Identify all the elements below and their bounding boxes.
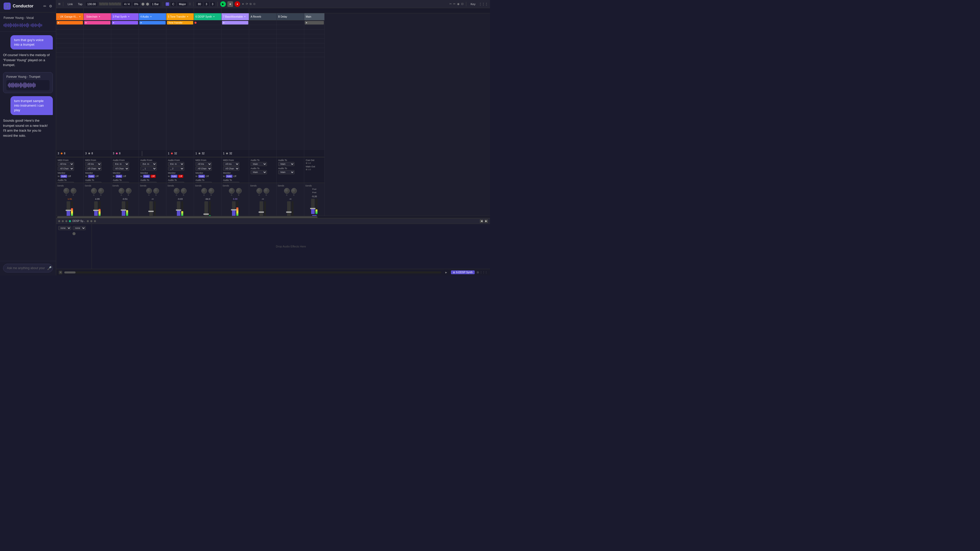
midi-from-select-1[interactable]: All Ins — [58, 162, 74, 166]
key-display[interactable]: C — [171, 2, 176, 6]
send-b-knob-7[interactable] — [236, 188, 242, 194]
app-header: 🎵 Conductor ✏ ⚙ — [0, 0, 56, 13]
device-power-btn[interactable] — [73, 232, 76, 235]
user-message-1: turn that guy's voice into a trumpet — [11, 35, 53, 49]
svg-rect-57 — [25, 83, 26, 88]
audio-from-select-3[interactable]: Ext. In — [113, 162, 129, 166]
fader-section-5: Sends A B -0.03 — [166, 183, 194, 216]
audio-from-select-4[interactable]: Ext. In — [140, 162, 157, 166]
fader-main[interactable] — [311, 199, 315, 214]
fader-6[interactable] — [204, 201, 208, 216]
tap-button[interactable]: Tap — [76, 2, 84, 6]
send-a-knob-2[interactable] — [91, 188, 97, 194]
vu-meter-4 — [154, 201, 156, 216]
send-b-knob-1[interactable] — [71, 188, 76, 194]
send-a-knob-A[interactable] — [256, 188, 262, 194]
fader-1[interactable] — [67, 201, 70, 216]
chat-input[interactable] — [7, 266, 45, 270]
send-a-knob-1[interactable] — [64, 188, 69, 194]
svg-rect-61 — [29, 83, 29, 88]
edit-icon[interactable]: ✏ — [43, 4, 46, 8]
app-title: Conductor — [13, 4, 41, 8]
mixer-scrollbar[interactable] — [56, 216, 490, 218]
audio-to-select-B[interactable]: Main — [278, 162, 294, 166]
midi-from-select-7[interactable]: All Ins — [223, 162, 239, 166]
time-sig-display[interactable]: 4 / 4 — [123, 2, 131, 6]
send-a-knob-B[interactable] — [284, 188, 290, 194]
status-ctrl-2[interactable]: ⋮⋮⋮ — [480, 271, 487, 274]
track-name-2: Sidechain — [86, 15, 97, 18]
send-b-knob-4[interactable] — [153, 188, 159, 194]
bar-display[interactable]: 1 Bar — [151, 2, 160, 6]
device-ctrl-1[interactable]: ◀ — [480, 219, 484, 223]
clip-row: ▶ — [56, 21, 83, 25]
toolbar-sep-2 — [163, 2, 163, 6]
fader-B[interactable] — [287, 201, 291, 216]
track-clips-B — [277, 21, 304, 150]
status-icon: ⊞ — [59, 271, 62, 274]
channel-select-1[interactable]: All Channels — [58, 167, 74, 171]
send-b-knob-B[interactable] — [291, 188, 297, 194]
clip-block[interactable]: ▶ — [57, 21, 83, 24]
record-button[interactable]: ● — [234, 1, 240, 7]
send-b-knob-2[interactable] — [98, 188, 104, 194]
mic-button[interactable]: 🎤 — [47, 266, 52, 270]
svg-rect-56 — [25, 83, 25, 87]
channel-select-4[interactable]: _ 1 — [140, 167, 157, 171]
channel-select-3[interactable]: All Channels — [113, 167, 129, 171]
device-select-2[interactable]: none — [73, 226, 86, 230]
track-clips-main: ▶ — [304, 21, 325, 150]
audio-to-select-A[interactable]: Main — [251, 162, 267, 166]
device-ctrl-2[interactable]: ▶ — [484, 219, 488, 223]
fader-2[interactable] — [94, 201, 98, 216]
fader-A[interactable] — [259, 201, 263, 216]
clip-row — [56, 48, 83, 52]
device-drop-area: Drop Audio Effects Here — [92, 224, 490, 269]
audio-to-2-select-A[interactable]: Main — [251, 170, 267, 174]
send-a-knob-5[interactable] — [174, 188, 180, 194]
svg-rect-66 — [33, 83, 33, 87]
send-b-knob-5[interactable] — [181, 188, 186, 194]
fader-7[interactable] — [232, 201, 235, 216]
channel-select-6[interactable]: All Channels — [196, 167, 212, 171]
link-button[interactable]: Link — [66, 2, 75, 6]
audio-from-select-5[interactable]: Ext. In — [168, 162, 184, 166]
svg-rect-5 — [9, 24, 10, 27]
tempo-display[interactable]: 130.00 — [86, 2, 97, 6]
play-button[interactable]: ▶ — [220, 1, 226, 7]
settings-icon[interactable]: ⚙ — [49, 4, 52, 8]
send-a-knob-6[interactable] — [201, 188, 207, 194]
send-a-knob-4[interactable] — [146, 188, 152, 194]
timeline-progress[interactable] — [64, 272, 441, 273]
send-b-knob-3[interactable] — [126, 188, 131, 194]
track-column-1: 1 UK Garage Ki... ▼ ▶ 3 — [56, 13, 84, 216]
device-view: DDSP Sy... ◀ ▶ none none Drop Audio — [56, 218, 490, 269]
track-row-numbers-5: 1 32 — [166, 150, 194, 157]
send-a-knob-7[interactable] — [229, 188, 234, 194]
audio-to-2-select-B[interactable]: Main — [278, 170, 294, 174]
routing-section-5: Audio From Ext. In _ 2 Monitor In Auto O… — [166, 157, 194, 183]
solo-main[interactable]: Solo — [312, 215, 317, 216]
midi-from-select-2[interactable]: All Ins — [85, 162, 102, 166]
track-row-numbers-1: 3 8 — [56, 150, 83, 157]
device-power-dot[interactable] — [58, 220, 60, 222]
stop-button[interactable]: ■ — [228, 1, 233, 7]
status-ctrl-1[interactable]: ⊟ — [477, 271, 479, 274]
channel-select-5[interactable]: _ 2 — [168, 167, 184, 171]
chat-area: turn that guy's voice into a trumpet Of … — [0, 32, 56, 261]
fader-5[interactable] — [177, 201, 180, 216]
device-select-1[interactable]: none — [58, 226, 71, 230]
fader-3[interactable] — [122, 201, 125, 216]
channel-select-7[interactable]: All Channels — [223, 167, 239, 171]
midi-from-select-6[interactable]: All Ins — [196, 162, 212, 166]
channel-select-2[interactable]: All Channels — [85, 167, 102, 171]
play-status-btn[interactable]: ▶ — [443, 270, 449, 275]
key-label[interactable]: Key — [469, 2, 477, 6]
svg-rect-14 — [19, 25, 19, 26]
device-dot-5 — [90, 220, 92, 222]
fader-4[interactable] — [149, 201, 153, 216]
send-b-knob-6[interactable] — [208, 188, 214, 194]
send-a-knob-3[interactable] — [119, 188, 124, 194]
scale-display[interactable]: Major — [177, 2, 188, 6]
send-b-knob-A[interactable] — [264, 188, 269, 194]
